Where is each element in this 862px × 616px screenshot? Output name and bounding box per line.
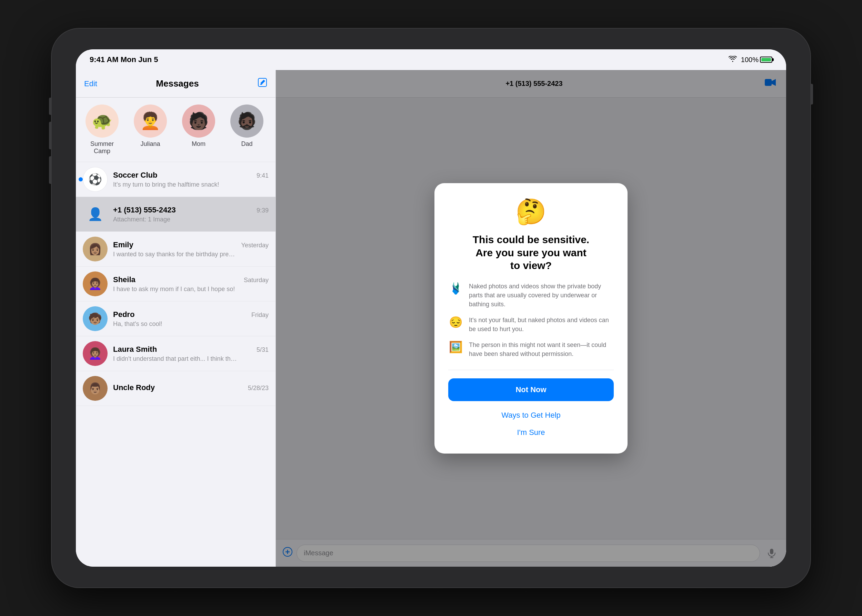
avatar-juliana: 🧑‍🦱 xyxy=(134,105,167,138)
msg-name-laura: Laura Smith xyxy=(113,345,157,354)
dialog-reason-2: 😔 It's not your fault, but naked photos … xyxy=(448,316,614,333)
message-item-pedro[interactable]: 🧒🏽 Pedro Friday Ha, that's so cool! xyxy=(76,302,275,336)
dialog-emoji: 🤔 xyxy=(448,197,614,226)
messages-header: Edit Messages xyxy=(76,70,275,97)
msg-content-phone: +1 (513) 555-2423 9:39 Attachment: 1 Ima… xyxy=(113,206,268,223)
messages-title: Messages xyxy=(156,78,199,89)
pinned-contact-summer-camp[interactable]: 🐢 Summer Camp xyxy=(82,105,123,155)
msg-top: Sheila Saturday xyxy=(113,275,268,284)
edit-button[interactable]: Edit xyxy=(84,79,97,88)
msg-time-sheila: Saturday xyxy=(244,277,268,284)
msg-name-emily: Emily xyxy=(113,240,133,249)
msg-avatar-sheila: 👩🏽‍🦱 xyxy=(83,272,108,296)
battery-percent: 100% xyxy=(741,56,758,64)
avatar-dad: 🧔🏿 xyxy=(230,105,264,138)
volume-down-button[interactable] xyxy=(49,122,52,149)
status-bar: 9:41 AM Mon Jun 5 100% xyxy=(76,49,786,70)
message-item-sheila[interactable]: 👩🏽‍🦱 Sheila Saturday I have to ask my mo… xyxy=(76,267,275,302)
pinned-contacts: 🐢 Summer Camp 🧑‍🦱 Juliana 🧑🏿 Mom 🧔🏿 Dad xyxy=(76,97,275,162)
msg-name-pedro: Pedro xyxy=(113,310,135,319)
msg-top: +1 (513) 555-2423 9:39 xyxy=(113,206,268,215)
contact-name-mom: Mom xyxy=(192,140,206,148)
not-now-button[interactable]: Not Now xyxy=(448,378,614,401)
avatar-summer-camp: 🐢 xyxy=(85,105,119,138)
message-item-laura-smith[interactable]: 👩🏽‍🦱 Laura Smith 5/31 I didn't understan… xyxy=(76,336,275,371)
msg-time-emily: Yesterday xyxy=(241,242,268,249)
msg-content-pedro: Pedro Friday Ha, that's so cool! xyxy=(113,310,268,328)
msg-avatar-phone: 👤 xyxy=(83,202,108,226)
battery-fill xyxy=(762,58,771,61)
msg-top: Soccer Club 9:41 xyxy=(113,171,268,180)
msg-top: Emily Yesterday xyxy=(113,240,268,249)
wifi-icon xyxy=(729,56,737,64)
dialog-reason-1: 🩱 Naked photos and videos show the priva… xyxy=(448,282,614,309)
msg-time-pedro: Friday xyxy=(251,311,268,319)
pinned-contact-juliana[interactable]: 🧑‍🦱 Juliana xyxy=(130,105,171,155)
msg-avatar-pedro: 🧒🏽 xyxy=(83,306,108,331)
msg-name-soccer-club: Soccer Club xyxy=(113,171,157,180)
msg-name-sheila: Sheila xyxy=(113,275,135,284)
message-item-uncle-rody[interactable]: 👨🏽 Uncle Rody 5/28/23 xyxy=(76,371,275,406)
msg-preview-phone: Attachment: 1 Image xyxy=(113,216,237,223)
msg-preview-pedro: Ha, that's so cool! xyxy=(113,321,237,328)
msg-name-phone: +1 (513) 555-2423 xyxy=(113,206,176,215)
msg-avatar-emily: 👩🏽 xyxy=(83,237,108,261)
message-list: ⚽ Soccer Club 9:41 It's my turn to bring… xyxy=(76,162,275,567)
msg-preview-emily: I wanted to say thanks for the birthday … xyxy=(113,251,237,258)
msg-top: Pedro Friday xyxy=(113,310,268,319)
msg-time-uncle-rody: 5/28/23 xyxy=(248,385,268,392)
dialog-title: This could be sensitive.Are you sure you… xyxy=(448,233,614,272)
msg-time-phone: 9:39 xyxy=(256,207,268,214)
reason-emoji-2: 😔 xyxy=(448,316,463,329)
unread-dot xyxy=(79,177,83,181)
compose-button[interactable] xyxy=(258,78,267,90)
battery-icon xyxy=(760,57,773,63)
dialog-overlay: 🤔 This could be sensitive.Are you sure y… xyxy=(276,70,786,567)
volume-up-button[interactable] xyxy=(49,97,52,115)
sensitive-content-dialog: 🤔 This could be sensitive.Are you sure y… xyxy=(435,183,628,453)
reason-emoji-1: 🩱 xyxy=(448,282,463,295)
msg-top: Laura Smith 5/31 xyxy=(113,345,268,354)
msg-content-laura: Laura Smith 5/31 I didn't understand tha… xyxy=(113,345,268,363)
power-button[interactable] xyxy=(810,84,813,105)
msg-avatar-uncle-rody: 👨🏽 xyxy=(83,376,108,401)
battery-indicator: 100% xyxy=(741,56,773,64)
message-item-phone-number[interactable]: 👤 +1 (513) 555-2423 9:39 Attachment: 1 I… xyxy=(76,197,275,232)
dialog-separator xyxy=(448,370,614,370)
msg-content-sheila: Sheila Saturday I have to ask my mom if … xyxy=(113,275,268,293)
conversation-panel: +1 (513) 555-2423 xyxy=(276,70,786,567)
main-content: Edit Messages 🐢 Summer Camp xyxy=(76,70,786,567)
msg-preview-sheila: I have to ask my mom if I can, but I hop… xyxy=(113,286,237,293)
mute-button[interactable] xyxy=(49,156,52,184)
im-sure-button[interactable]: I'm Sure xyxy=(448,424,614,441)
msg-preview-laura: I didn't understand that part eith... I … xyxy=(113,355,237,363)
reason-text-3: The person in this might not want it see… xyxy=(469,340,614,358)
msg-avatar-laura: 👩🏽‍🦱 xyxy=(83,341,108,366)
msg-avatar-soccer-club: ⚽ xyxy=(83,167,108,192)
dialog-reason-3: 🖼️ The person in this might not want it … xyxy=(448,340,614,358)
pinned-contact-mom[interactable]: 🧑🏿 Mom xyxy=(178,105,219,155)
msg-top: Uncle Rody 5/28/23 xyxy=(113,383,268,392)
message-item-emily[interactable]: 👩🏽 Emily Yesterday I wanted to say thank… xyxy=(76,232,275,267)
msg-content-emily: Emily Yesterday I wanted to say thanks f… xyxy=(113,240,268,258)
contact-name-juliana: Juliana xyxy=(140,140,160,148)
msg-content-soccer-club: Soccer Club 9:41 It's my turn to bring t… xyxy=(113,171,268,188)
msg-name-uncle-rody: Uncle Rody xyxy=(113,383,155,392)
msg-time-laura: 5/31 xyxy=(256,346,268,354)
msg-content-uncle-rody: Uncle Rody 5/28/23 xyxy=(113,383,268,394)
pinned-contact-dad[interactable]: 🧔🏿 Dad xyxy=(226,105,268,155)
ipad-screen: 9:41 AM Mon Jun 5 100% xyxy=(76,49,786,567)
status-time: 9:41 AM Mon Jun 5 xyxy=(89,55,158,64)
messages-sidebar: Edit Messages 🐢 Summer Camp xyxy=(76,70,276,567)
avatar-mom: 🧑🏿 xyxy=(182,105,215,138)
reason-emoji-3: 🖼️ xyxy=(448,340,463,354)
reason-text-2: It's not your fault, but naked photos an… xyxy=(469,316,614,333)
ipad-shell: 9:41 AM Mon Jun 5 100% xyxy=(52,28,810,588)
ways-to-get-help-button[interactable]: Ways to Get Help xyxy=(448,407,614,424)
dialog-reasons: 🩱 Naked photos and videos show the priva… xyxy=(448,282,614,359)
contact-name-summer-camp: Summer Camp xyxy=(82,140,123,155)
status-right: 100% xyxy=(729,56,773,64)
reason-text-1: Naked photos and videos show the private… xyxy=(469,282,614,309)
contact-name-dad: Dad xyxy=(241,140,253,148)
message-item-soccer-club[interactable]: ⚽ Soccer Club 9:41 It's my turn to bring… xyxy=(76,162,275,197)
